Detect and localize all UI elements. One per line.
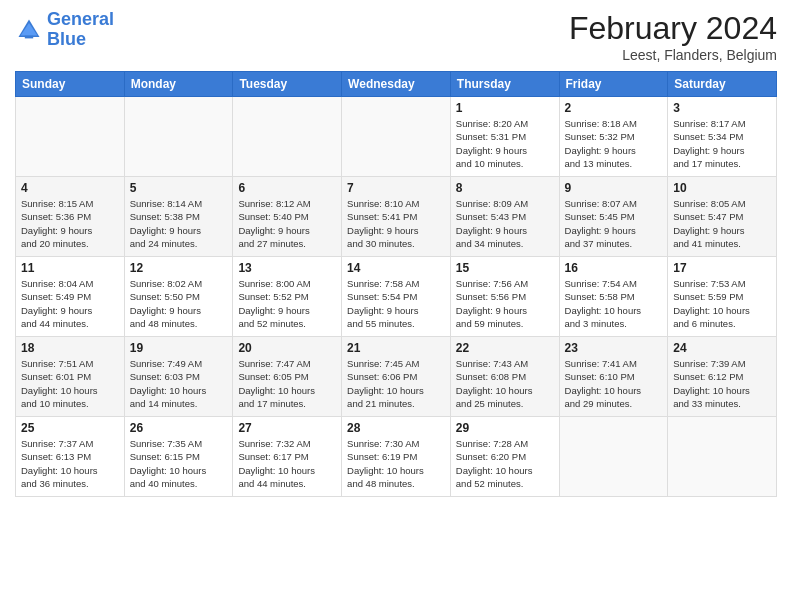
day-info: Sunrise: 7:58 AM Sunset: 5:54 PM Dayligh… xyxy=(347,277,445,330)
logo-general: General xyxy=(47,9,114,29)
day-number: 15 xyxy=(456,261,554,275)
calendar-location: Leest, Flanders, Belgium xyxy=(569,47,777,63)
calendar-week-row: 11Sunrise: 8:04 AM Sunset: 5:49 PM Dayli… xyxy=(16,257,777,337)
day-number: 24 xyxy=(673,341,771,355)
day-info: Sunrise: 8:17 AM Sunset: 5:34 PM Dayligh… xyxy=(673,117,771,170)
day-info: Sunrise: 7:45 AM Sunset: 6:06 PM Dayligh… xyxy=(347,357,445,410)
day-number: 5 xyxy=(130,181,228,195)
day-info: Sunrise: 7:47 AM Sunset: 6:05 PM Dayligh… xyxy=(238,357,336,410)
calendar-cell: 29Sunrise: 7:28 AM Sunset: 6:20 PM Dayli… xyxy=(450,417,559,497)
day-number: 4 xyxy=(21,181,119,195)
day-number: 14 xyxy=(347,261,445,275)
day-number: 3 xyxy=(673,101,771,115)
calendar-table: SundayMondayTuesdayWednesdayThursdayFrid… xyxy=(15,71,777,497)
calendar-title: February 2024 xyxy=(569,10,777,47)
day-info: Sunrise: 8:04 AM Sunset: 5:49 PM Dayligh… xyxy=(21,277,119,330)
day-info: Sunrise: 7:43 AM Sunset: 6:08 PM Dayligh… xyxy=(456,357,554,410)
calendar-cell: 15Sunrise: 7:56 AM Sunset: 5:56 PM Dayli… xyxy=(450,257,559,337)
day-number: 28 xyxy=(347,421,445,435)
day-info: Sunrise: 8:18 AM Sunset: 5:32 PM Dayligh… xyxy=(565,117,663,170)
calendar-cell: 6Sunrise: 8:12 AM Sunset: 5:40 PM Daylig… xyxy=(233,177,342,257)
day-info: Sunrise: 7:41 AM Sunset: 6:10 PM Dayligh… xyxy=(565,357,663,410)
calendar-cell: 12Sunrise: 8:02 AM Sunset: 5:50 PM Dayli… xyxy=(124,257,233,337)
day-number: 11 xyxy=(21,261,119,275)
day-info: Sunrise: 7:49 AM Sunset: 6:03 PM Dayligh… xyxy=(130,357,228,410)
day-info: Sunrise: 7:39 AM Sunset: 6:12 PM Dayligh… xyxy=(673,357,771,410)
day-number: 12 xyxy=(130,261,228,275)
day-number: 20 xyxy=(238,341,336,355)
day-info: Sunrise: 8:20 AM Sunset: 5:31 PM Dayligh… xyxy=(456,117,554,170)
calendar-header-tuesday: Tuesday xyxy=(233,72,342,97)
calendar-header-monday: Monday xyxy=(124,72,233,97)
calendar-cell: 27Sunrise: 7:32 AM Sunset: 6:17 PM Dayli… xyxy=(233,417,342,497)
calendar-cell: 1Sunrise: 8:20 AM Sunset: 5:31 PM Daylig… xyxy=(450,97,559,177)
title-block: February 2024 Leest, Flanders, Belgium xyxy=(569,10,777,63)
day-number: 25 xyxy=(21,421,119,435)
day-number: 18 xyxy=(21,341,119,355)
logo-icon xyxy=(15,16,43,44)
day-info: Sunrise: 8:07 AM Sunset: 5:45 PM Dayligh… xyxy=(565,197,663,250)
day-info: Sunrise: 7:51 AM Sunset: 6:01 PM Dayligh… xyxy=(21,357,119,410)
calendar-cell: 23Sunrise: 7:41 AM Sunset: 6:10 PM Dayli… xyxy=(559,337,668,417)
calendar-cell: 18Sunrise: 7:51 AM Sunset: 6:01 PM Dayli… xyxy=(16,337,125,417)
calendar-cell: 7Sunrise: 8:10 AM Sunset: 5:41 PM Daylig… xyxy=(342,177,451,257)
day-info: Sunrise: 7:54 AM Sunset: 5:58 PM Dayligh… xyxy=(565,277,663,330)
day-info: Sunrise: 7:35 AM Sunset: 6:15 PM Dayligh… xyxy=(130,437,228,490)
day-number: 26 xyxy=(130,421,228,435)
calendar-header-row: SundayMondayTuesdayWednesdayThursdayFrid… xyxy=(16,72,777,97)
calendar-cell: 14Sunrise: 7:58 AM Sunset: 5:54 PM Dayli… xyxy=(342,257,451,337)
calendar-cell: 13Sunrise: 8:00 AM Sunset: 5:52 PM Dayli… xyxy=(233,257,342,337)
day-info: Sunrise: 8:00 AM Sunset: 5:52 PM Dayligh… xyxy=(238,277,336,330)
calendar-header-thursday: Thursday xyxy=(450,72,559,97)
calendar-cell: 5Sunrise: 8:14 AM Sunset: 5:38 PM Daylig… xyxy=(124,177,233,257)
day-info: Sunrise: 8:05 AM Sunset: 5:47 PM Dayligh… xyxy=(673,197,771,250)
logo-blue: Blue xyxy=(47,29,86,49)
day-info: Sunrise: 8:14 AM Sunset: 5:38 PM Dayligh… xyxy=(130,197,228,250)
day-number: 21 xyxy=(347,341,445,355)
day-number: 17 xyxy=(673,261,771,275)
calendar-cell xyxy=(233,97,342,177)
calendar-cell: 4Sunrise: 8:15 AM Sunset: 5:36 PM Daylig… xyxy=(16,177,125,257)
day-info: Sunrise: 7:56 AM Sunset: 5:56 PM Dayligh… xyxy=(456,277,554,330)
calendar-cell: 16Sunrise: 7:54 AM Sunset: 5:58 PM Dayli… xyxy=(559,257,668,337)
calendar-cell xyxy=(342,97,451,177)
calendar-cell: 28Sunrise: 7:30 AM Sunset: 6:19 PM Dayli… xyxy=(342,417,451,497)
day-number: 1 xyxy=(456,101,554,115)
calendar-week-row: 18Sunrise: 7:51 AM Sunset: 6:01 PM Dayli… xyxy=(16,337,777,417)
calendar-header-saturday: Saturday xyxy=(668,72,777,97)
day-number: 22 xyxy=(456,341,554,355)
day-number: 6 xyxy=(238,181,336,195)
calendar-cell: 3Sunrise: 8:17 AM Sunset: 5:34 PM Daylig… xyxy=(668,97,777,177)
calendar-week-row: 1Sunrise: 8:20 AM Sunset: 5:31 PM Daylig… xyxy=(16,97,777,177)
day-number: 23 xyxy=(565,341,663,355)
day-number: 29 xyxy=(456,421,554,435)
day-info: Sunrise: 8:09 AM Sunset: 5:43 PM Dayligh… xyxy=(456,197,554,250)
calendar-header-wednesday: Wednesday xyxy=(342,72,451,97)
calendar-header-sunday: Sunday xyxy=(16,72,125,97)
day-info: Sunrise: 8:10 AM Sunset: 5:41 PM Dayligh… xyxy=(347,197,445,250)
calendar-cell: 2Sunrise: 8:18 AM Sunset: 5:32 PM Daylig… xyxy=(559,97,668,177)
header: General Blue February 2024 Leest, Flande… xyxy=(15,10,777,63)
svg-rect-2 xyxy=(25,35,33,38)
day-number: 19 xyxy=(130,341,228,355)
calendar-cell: 24Sunrise: 7:39 AM Sunset: 6:12 PM Dayli… xyxy=(668,337,777,417)
day-info: Sunrise: 8:12 AM Sunset: 5:40 PM Dayligh… xyxy=(238,197,336,250)
day-info: Sunrise: 7:30 AM Sunset: 6:19 PM Dayligh… xyxy=(347,437,445,490)
calendar-week-row: 4Sunrise: 8:15 AM Sunset: 5:36 PM Daylig… xyxy=(16,177,777,257)
day-number: 2 xyxy=(565,101,663,115)
day-info: Sunrise: 7:28 AM Sunset: 6:20 PM Dayligh… xyxy=(456,437,554,490)
calendar-cell xyxy=(16,97,125,177)
logo: General Blue xyxy=(15,10,114,50)
calendar-cell: 8Sunrise: 8:09 AM Sunset: 5:43 PM Daylig… xyxy=(450,177,559,257)
calendar-cell xyxy=(124,97,233,177)
day-number: 27 xyxy=(238,421,336,435)
page: General Blue February 2024 Leest, Flande… xyxy=(0,0,792,612)
calendar-cell: 10Sunrise: 8:05 AM Sunset: 5:47 PM Dayli… xyxy=(668,177,777,257)
day-info: Sunrise: 8:02 AM Sunset: 5:50 PM Dayligh… xyxy=(130,277,228,330)
calendar-cell: 25Sunrise: 7:37 AM Sunset: 6:13 PM Dayli… xyxy=(16,417,125,497)
day-number: 13 xyxy=(238,261,336,275)
day-info: Sunrise: 8:15 AM Sunset: 5:36 PM Dayligh… xyxy=(21,197,119,250)
calendar-cell: 11Sunrise: 8:04 AM Sunset: 5:49 PM Dayli… xyxy=(16,257,125,337)
calendar-cell: 19Sunrise: 7:49 AM Sunset: 6:03 PM Dayli… xyxy=(124,337,233,417)
calendar-week-row: 25Sunrise: 7:37 AM Sunset: 6:13 PM Dayli… xyxy=(16,417,777,497)
